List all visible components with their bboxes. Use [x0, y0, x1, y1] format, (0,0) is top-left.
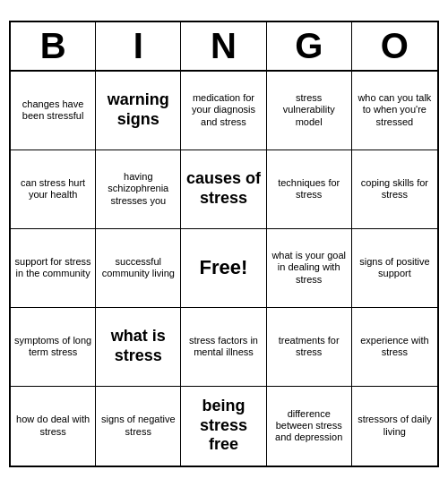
bingo-header: BINGO: [11, 22, 437, 72]
bingo-cell-17: stress factors in mental illness: [181, 308, 266, 387]
bingo-cell-21: signs of negative stress: [96, 387, 181, 466]
bingo-cell-1: warning signs: [96, 72, 181, 150]
bingo-cell-5: can stress hurt your health: [11, 150, 96, 229]
header-letter-g: G: [267, 22, 352, 70]
bingo-cell-2: medication for your diagnosis and stress: [181, 72, 266, 150]
bingo-cell-11: successful community living: [96, 229, 181, 308]
bingo-cell-20: how do deal with stress: [11, 387, 96, 466]
bingo-cell-6: having schizophrenia stresses you: [96, 150, 181, 229]
bingo-cell-23: difference between stress and depression: [267, 387, 352, 466]
bingo-cell-9: coping skills for stress: [352, 150, 437, 229]
bingo-cell-19: experience with stress: [352, 308, 437, 387]
bingo-cell-7: causes of stress: [181, 150, 266, 229]
bingo-cell-14: signs of positive support: [352, 229, 437, 308]
header-letter-o: O: [352, 22, 437, 70]
bingo-cell-22: being stress free: [181, 387, 266, 466]
bingo-cell-4: who can you talk to when you're stressed: [352, 72, 437, 150]
bingo-cell-24: stressors of daily living: [352, 387, 437, 466]
bingo-cell-12: Free!: [181, 229, 266, 308]
header-letter-i: I: [96, 22, 181, 70]
bingo-cell-0: changes have been stressful: [11, 72, 96, 150]
bingo-cell-15: symptoms of long term stress: [11, 308, 96, 387]
bingo-cell-3: stress vulnerability model: [267, 72, 352, 150]
bingo-cell-16: what is stress: [96, 308, 181, 387]
header-letter-b: B: [11, 22, 96, 70]
bingo-card: BINGO changes have been stressfulwarning…: [9, 21, 439, 467]
bingo-grid: changes have been stressfulwarning signs…: [11, 72, 437, 466]
header-letter-n: N: [181, 22, 266, 70]
bingo-cell-13: what is your goal in dealing with stress: [267, 229, 352, 308]
bingo-cell-8: techniques for stress: [267, 150, 352, 229]
bingo-cell-18: treatments for stress: [267, 308, 352, 387]
bingo-cell-10: support for stress in the community: [11, 229, 96, 308]
